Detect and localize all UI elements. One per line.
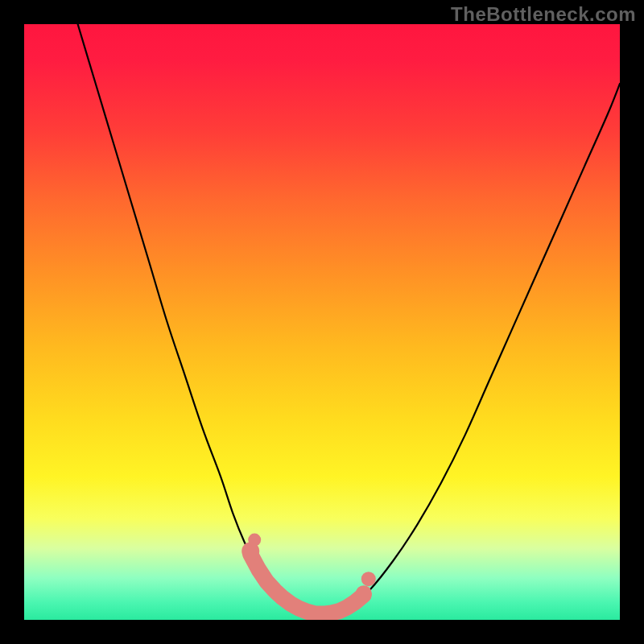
plot-area bbox=[24, 24, 620, 620]
watermark-text: TheBottleneck.com bbox=[451, 3, 636, 26]
valley-marker-cap bbox=[356, 585, 372, 601]
valley-marker-cap bbox=[248, 534, 261, 547]
valley-marker bbox=[242, 534, 376, 614]
curve-layer bbox=[24, 24, 620, 620]
valley-marker-cap bbox=[361, 572, 376, 586]
bottleneck-curve bbox=[78, 24, 620, 614]
chart-frame: TheBottleneck.com bbox=[0, 0, 644, 644]
valley-marker-body bbox=[250, 555, 364, 614]
